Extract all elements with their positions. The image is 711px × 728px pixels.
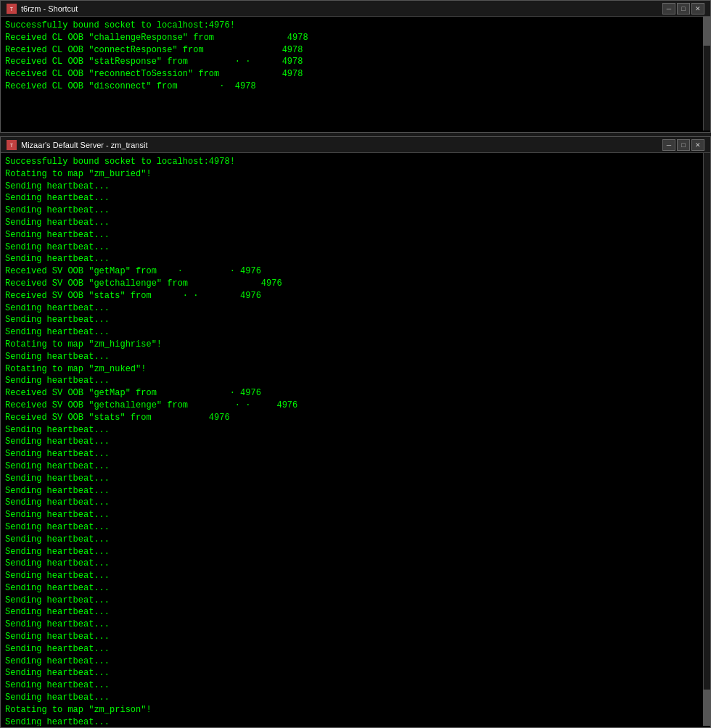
scrollbar-2[interactable] bbox=[703, 153, 710, 726]
console-line: Sending heartbeat... bbox=[5, 436, 706, 448]
app-icon-1: T bbox=[7, 4, 17, 14]
console-line: Received CL OOB "statResponse" from · · … bbox=[5, 56, 706, 68]
console-line: Sending heartbeat... bbox=[5, 460, 706, 473]
console-line: Sending heartbeat... bbox=[5, 485, 706, 497]
console-line: Sending heartbeat... bbox=[5, 509, 706, 521]
title-bar-1: T t6rzm - Shortcut ─ □ ✕ bbox=[1, 1, 710, 17]
console-line: Received SV OOB "getMap" from · · 4976 bbox=[5, 265, 706, 278]
window-controls-1: ─ □ ✕ bbox=[662, 3, 704, 15]
console-line: Received SV OOB "getMap" from · 4976 bbox=[5, 387, 706, 400]
window-title-1: t6rzm - Shortcut bbox=[21, 4, 657, 13]
console-line: Received SV OOB "getchallenge" from · · … bbox=[5, 400, 706, 412]
console-line: Sending heartbeat... bbox=[5, 643, 706, 655]
console-line: Sending heartbeat... bbox=[5, 375, 706, 387]
console-line: Sending heartbeat... bbox=[5, 631, 706, 643]
maximize-button-1[interactable]: □ bbox=[677, 3, 690, 15]
console-line: Received CL OOB "reconnectToSession" fro… bbox=[5, 68, 706, 80]
console-line: Sending heartbeat... bbox=[5, 204, 706, 217]
console-line: Received CL OOB "challengeResponse" from… bbox=[5, 32, 706, 44]
console-line: Sending heartbeat... bbox=[5, 448, 706, 460]
console-line: Sending heartbeat... bbox=[5, 241, 706, 254]
app-logo-icon-1: T bbox=[8, 5, 15, 12]
console-line: Sending heartbeat... bbox=[5, 302, 706, 315]
console-line: Rotating to map "zm_nuked"! bbox=[5, 363, 706, 376]
console-line: Sending heartbeat... bbox=[5, 473, 706, 485]
close-button-1[interactable]: ✕ bbox=[691, 3, 704, 15]
console-line: Sending heartbeat... bbox=[5, 424, 706, 437]
window-title-2: Mizaar's Default Server - zm_transit bbox=[21, 141, 657, 149]
scrollbar-1[interactable] bbox=[703, 17, 710, 131]
console-line: Sending heartbeat... bbox=[5, 181, 706, 193]
console-line: Sending heartbeat... bbox=[5, 497, 706, 509]
console-line: Sending heartbeat... bbox=[5, 582, 706, 595]
console-line: Received SV OOB "getchallenge" from 4976 bbox=[5, 278, 706, 290]
console-line: Received SV OOB "stats" from 4976 bbox=[5, 412, 706, 424]
console-line: Successfully bound socket to localhost:4… bbox=[5, 20, 706, 32]
console-line: Sending heartbeat... bbox=[5, 619, 706, 631]
console-line: Sending heartbeat... bbox=[5, 558, 706, 570]
console-line: Sending heartbeat... bbox=[5, 716, 706, 726]
minimize-button-1[interactable]: ─ bbox=[662, 3, 675, 15]
console-line: Sending heartbeat... bbox=[5, 667, 706, 679]
console-line: Rotating to map "zm_highrise"! bbox=[5, 339, 706, 351]
svg-text:T: T bbox=[10, 7, 14, 12]
minimize-button-2[interactable]: ─ bbox=[662, 139, 675, 151]
console-line: Rotating to map "zm_buried"! bbox=[5, 168, 706, 181]
console-line: Sending heartbeat... bbox=[5, 521, 706, 534]
scrollbar-thumb-1[interactable] bbox=[703, 17, 710, 46]
console-line: Sending heartbeat... bbox=[5, 534, 706, 546]
console-line: Sending heartbeat... bbox=[5, 679, 706, 692]
console-line: Sending heartbeat... bbox=[5, 229, 706, 241]
console-line: Sending heartbeat... bbox=[5, 570, 706, 582]
console-line: Sending heartbeat... bbox=[5, 606, 706, 619]
console-line: Successfully bound socket to localhost:4… bbox=[5, 156, 706, 168]
console-line: Received CL OOB "disconnect" from · 4978 bbox=[5, 80, 706, 93]
console-output-2: Successfully bound socket to localhost:4… bbox=[1, 153, 710, 726]
console-line: Sending heartbeat... bbox=[5, 314, 706, 326]
console-line: Sending heartbeat... bbox=[5, 253, 706, 265]
console-line: Rotating to map "zm_prison"! bbox=[5, 704, 706, 716]
window-mizaar: T Mizaar's Default Server - zm_transit ─… bbox=[0, 136, 711, 728]
console-line: Sending heartbeat... bbox=[5, 692, 706, 704]
console-line: Sending heartbeat... bbox=[5, 351, 706, 363]
scrollbar-thumb-2[interactable] bbox=[703, 690, 710, 726]
console-line: Received SV OOB "stats" from · · 4976 bbox=[5, 290, 706, 302]
console-line: Sending heartbeat... bbox=[5, 192, 706, 204]
console-line: Sending heartbeat... bbox=[5, 655, 706, 668]
app-icon-2: T bbox=[7, 140, 17, 150]
console-output-1: Successfully bound socket to localhost:4… bbox=[1, 17, 710, 131]
console-line: Sending heartbeat... bbox=[5, 326, 706, 339]
svg-text:T: T bbox=[10, 143, 14, 148]
window-controls-2: ─ □ ✕ bbox=[662, 139, 704, 151]
console-line: Sending heartbeat... bbox=[5, 546, 706, 558]
window-t6rzm: T t6rzm - Shortcut ─ □ ✕ Successfully bo… bbox=[0, 0, 711, 133]
app-logo-icon-2: T bbox=[8, 141, 15, 149]
console-line: Received CL OOB "connectResponse" from 4… bbox=[5, 44, 706, 57]
console-line: Sending heartbeat... bbox=[5, 595, 706, 607]
maximize-button-2[interactable]: □ bbox=[677, 139, 690, 151]
close-button-2[interactable]: ✕ bbox=[691, 139, 704, 151]
title-bar-2: T Mizaar's Default Server - zm_transit ─… bbox=[1, 137, 710, 153]
console-line: Sending heartbeat... bbox=[5, 217, 706, 229]
